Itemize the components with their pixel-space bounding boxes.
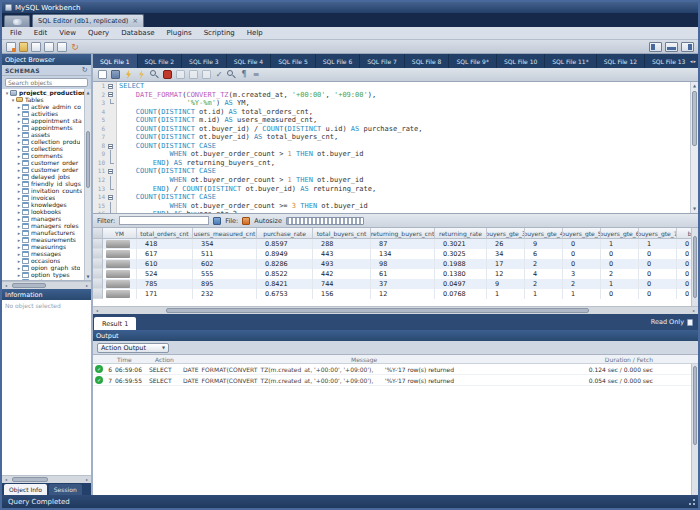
output-row[interactable]: ✓706:59:55SELECTDATE_FORMAT(CONVERT_TZ(m… (93, 375, 698, 386)
table-cell[interactable]: 493 (313, 259, 371, 269)
table-cell[interactable]: 0 (563, 249, 601, 259)
table-cell[interactable]: 134 (371, 249, 435, 259)
table-cell[interactable]: 98 (371, 259, 435, 269)
table-cell[interactable]: 354 (193, 239, 257, 249)
table-cell[interactable]: 288 (313, 239, 371, 249)
rollback-icon[interactable] (202, 70, 211, 79)
sql-file-tab[interactable]: SQL File 6 (316, 54, 361, 68)
table-cell[interactable]: 0.8949 (257, 249, 313, 259)
ym-cell[interactable] (103, 269, 137, 279)
tree-item-table[interactable]: ▸customer_order_ (2, 166, 91, 173)
table-cell[interactable]: 1 (601, 279, 639, 289)
editor-vertical-scrollbar[interactable]: ▲ ▼ (690, 82, 698, 213)
table-cell[interactable]: 0 (563, 259, 601, 269)
table-row[interactable]: 6175110.89494431340.30253460000 (93, 249, 698, 259)
scroll-down-icon[interactable]: ▼ (85, 273, 91, 280)
tree-item-table[interactable]: ▸activities (2, 110, 91, 117)
fold-marker[interactable] (107, 202, 116, 211)
new-connection-icon[interactable] (6, 42, 16, 52)
table-cell[interactable]: 0.0497 (435, 279, 487, 289)
scroll-left-icon[interactable]: ◂ (2, 282, 10, 289)
refresh-schemas-icon[interactable]: ↻ (82, 66, 88, 74)
tree-item-table[interactable]: ▸collections (2, 145, 91, 152)
table-cell[interactable]: 0.3021 (435, 239, 487, 249)
table-cell[interactable]: 602 (193, 259, 257, 269)
table-cell[interactable]: 555 (193, 269, 257, 279)
code-line[interactable]: 15 WHEN ot.buyer_order_count >= 3 THEN o… (93, 202, 690, 211)
table-cell[interactable]: 442 (313, 269, 371, 279)
execute-current-icon[interactable] (139, 70, 144, 79)
fold-marker[interactable] (107, 167, 116, 176)
table-cell[interactable]: 610 (137, 259, 193, 269)
table-cell[interactable]: 17 (487, 259, 525, 269)
fold-marker[interactable] (107, 142, 116, 151)
open-script-icon[interactable] (98, 70, 107, 79)
code-line[interactable]: 6 COUNT(DISTINCT ot.buyer_id) / COUNT(DI… (93, 125, 690, 134)
ym-cell[interactable] (103, 259, 137, 269)
row-selector[interactable] (93, 279, 103, 289)
column-header[interactable]: users_measured_cnt (193, 228, 257, 239)
column-header[interactable]: buyers_gte_4 (525, 228, 563, 239)
code-line[interactable]: 10 END) AS returning_buyers_cnt, (93, 159, 690, 168)
table-cell[interactable]: 0.0768 (435, 289, 487, 299)
code-line[interactable]: 11 COUNT(DISTINCT CASE (93, 167, 690, 176)
menu-item-view[interactable]: View (53, 29, 82, 37)
fold-marker[interactable] (107, 210, 116, 213)
scroll-tabs-right-icon[interactable]: ▸ (693, 58, 696, 64)
tree-item-table[interactable]: ▸comments (2, 152, 91, 159)
ym-cell[interactable] (103, 279, 137, 289)
table-cell[interactable]: 2 (563, 279, 601, 289)
table-cell[interactable]: 34 (487, 249, 525, 259)
code-line[interactable]: 2 DATE_FORMAT(CONVERT_TZ(m.created_at, '… (93, 91, 690, 100)
table-cell[interactable]: 2 (525, 259, 563, 269)
table-cell[interactable]: 1 (563, 289, 601, 299)
scroll-left-icon[interactable]: ◂ (2, 476, 10, 483)
beautify-icon[interactable]: ✓ (215, 70, 223, 79)
menu-item-database[interactable]: Database (115, 29, 160, 37)
code-line[interactable]: 1SELECT (93, 82, 690, 91)
row-selector[interactable] (93, 259, 103, 269)
menu-item-scripting[interactable]: Scripting (198, 29, 241, 37)
tree-item-table[interactable]: ▸managers (2, 215, 91, 222)
table-row[interactable]: 1712320.6753156120.0768111000 (93, 289, 698, 299)
sql-file-tab[interactable]: SQL File 8 (405, 54, 450, 68)
table-row[interactable]: 4183540.8597288870.30212690110 (93, 239, 698, 249)
table-cell[interactable]: 0.1380 (435, 269, 487, 279)
resize-grip[interactable] (688, 498, 696, 506)
tree-item-table[interactable]: ▸option_types (2, 271, 91, 278)
tree-item-table[interactable]: ▸assets (2, 131, 91, 138)
table-cell[interactable]: 0.8522 (257, 269, 313, 279)
tree-item-table[interactable]: ▸occasions (2, 257, 91, 264)
autosize-icon[interactable] (286, 217, 364, 225)
table-cell[interactable]: 0 (601, 249, 639, 259)
table-cell[interactable]: 232 (193, 289, 257, 299)
grid-horizontal-scrollbar[interactable]: ◂ ▸ (93, 306, 698, 314)
row-selector[interactable] (93, 269, 103, 279)
fold-marker[interactable] (107, 99, 116, 108)
scroll-left-icon[interactable]: ◂ (93, 307, 101, 314)
table-cell[interactable]: 12 (371, 289, 435, 299)
code-line[interactable]: 3 '%Y-%m') AS YM, (93, 99, 690, 108)
export-icon[interactable] (242, 217, 250, 225)
table-cell[interactable]: 12 (487, 269, 525, 279)
tree-item-table[interactable]: ▸measurings (2, 243, 91, 250)
tree-item-table[interactable]: ▸appointment_sta (2, 117, 91, 124)
tree-item-table[interactable]: ▸managers_roles (2, 222, 91, 229)
column-header[interactable]: buyers_gte_6 (601, 228, 639, 239)
tree-item-table[interactable]: ▸lookbooks (2, 208, 91, 215)
column-header[interactable]: returning_buyers_cnt (371, 228, 435, 239)
table-cell[interactable]: 0 (639, 259, 677, 269)
tree-item-table[interactable]: ▸messages (2, 250, 91, 257)
tab-result-1[interactable]: Result 1 (94, 317, 136, 330)
toggle-secondary-sidebar-button[interactable] (681, 42, 694, 52)
tree-item-table[interactable]: ▸manufacturers (2, 229, 91, 236)
column-header[interactable]: total_orders_cnt (137, 228, 193, 239)
filter-input[interactable] (119, 216, 209, 225)
tree-item-table[interactable]: ▸collection_produ (2, 138, 91, 145)
table-cell[interactable]: 0.6753 (257, 289, 313, 299)
toggle-autocommit-icon[interactable] (176, 70, 185, 79)
paste-icon[interactable] (57, 42, 67, 52)
tree-vertical-scrollbar[interactable]: ▲ ▼ (84, 89, 91, 280)
home-tab[interactable] (4, 15, 30, 27)
fold-marker[interactable] (107, 91, 116, 100)
